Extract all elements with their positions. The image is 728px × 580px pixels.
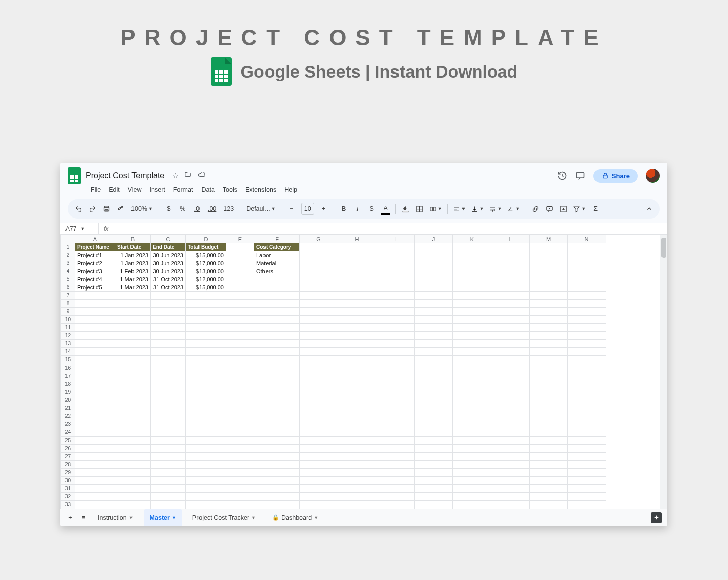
format-currency-button[interactable]: $: [164, 203, 173, 215]
row-header[interactable]: 21: [61, 404, 75, 412]
row-header[interactable]: 32: [61, 493, 75, 501]
cell[interactable]: [186, 300, 226, 308]
cell[interactable]: [453, 477, 491, 485]
cell[interactable]: [226, 348, 254, 356]
cell[interactable]: [568, 324, 606, 332]
cell[interactable]: [254, 372, 300, 380]
cell[interactable]: [115, 445, 151, 453]
cell[interactable]: [186, 501, 226, 509]
cell[interactable]: [568, 267, 606, 275]
cell[interactable]: [226, 380, 254, 388]
cell[interactable]: [491, 469, 530, 477]
cell[interactable]: [75, 445, 115, 453]
cell[interactable]: [226, 324, 254, 332]
cell[interactable]: [300, 485, 338, 493]
cell[interactable]: [376, 308, 415, 316]
cell[interactable]: [568, 356, 606, 364]
strikethrough-button[interactable]: S: [367, 203, 376, 215]
cell[interactable]: 30 Jun 2023: [151, 267, 186, 275]
cell[interactable]: [151, 388, 186, 396]
cell[interactable]: [186, 364, 226, 372]
cell[interactable]: [415, 356, 453, 364]
cell[interactable]: [226, 412, 254, 420]
cell[interactable]: [75, 300, 115, 308]
cell[interactable]: [415, 348, 453, 356]
cell[interactable]: [491, 396, 530, 404]
cell[interactable]: [338, 420, 376, 428]
cell[interactable]: [491, 461, 530, 469]
cell[interactable]: [300, 348, 338, 356]
cell[interactable]: Others: [254, 267, 300, 275]
cell[interactable]: [453, 340, 491, 348]
increase-decimal-button[interactable]: .00: [207, 203, 217, 215]
row-header[interactable]: 24: [61, 428, 75, 437]
cell[interactable]: [415, 308, 453, 316]
cell[interactable]: [151, 477, 186, 485]
cell[interactable]: [226, 453, 254, 461]
cell[interactable]: [186, 308, 226, 316]
cell[interactable]: [300, 356, 338, 364]
cell[interactable]: [151, 412, 186, 420]
cell[interactable]: [376, 372, 415, 380]
cell[interactable]: [338, 324, 376, 332]
cell[interactable]: [226, 493, 254, 501]
cell[interactable]: [186, 420, 226, 428]
cell[interactable]: [491, 243, 530, 251]
text-rotation-button[interactable]: ▼: [507, 203, 520, 215]
cell[interactable]: [338, 493, 376, 501]
cell[interactable]: [186, 404, 226, 412]
cell[interactable]: [376, 461, 415, 469]
cell[interactable]: [300, 372, 338, 380]
cell[interactable]: [226, 428, 254, 437]
cell[interactable]: $12,000.00: [186, 275, 226, 283]
row-header[interactable]: 3: [61, 259, 75, 267]
cell[interactable]: [491, 477, 530, 485]
vertical-scrollbar[interactable]: [660, 235, 667, 509]
cell[interactable]: [376, 267, 415, 275]
cell[interactable]: [568, 283, 606, 292]
cell[interactable]: [186, 477, 226, 485]
cell[interactable]: [453, 445, 491, 453]
row-header[interactable]: 4: [61, 267, 75, 275]
cell[interactable]: [75, 493, 115, 501]
document-title[interactable]: Project Cost Template: [86, 171, 164, 180]
cell[interactable]: [568, 308, 606, 316]
cell[interactable]: [300, 267, 338, 275]
cell[interactable]: [254, 445, 300, 453]
cell[interactable]: [530, 356, 568, 364]
cell[interactable]: [376, 469, 415, 477]
cell[interactable]: [530, 461, 568, 469]
cell[interactable]: [254, 364, 300, 372]
format-percent-button[interactable]: %: [178, 203, 187, 215]
column-header[interactable]: H: [338, 235, 376, 243]
cell[interactable]: [254, 388, 300, 396]
cell[interactable]: [453, 308, 491, 316]
cell[interactable]: [491, 445, 530, 453]
row-header[interactable]: 2: [61, 251, 75, 259]
column-header[interactable]: F: [254, 235, 300, 243]
all-sheets-button[interactable]: ≡: [79, 512, 88, 524]
text-color-button[interactable]: A: [381, 203, 390, 215]
cell[interactable]: [415, 340, 453, 348]
cell[interactable]: [491, 493, 530, 501]
cell[interactable]: [338, 396, 376, 404]
cell[interactable]: [254, 501, 300, 509]
merge-cells-button[interactable]: ▼: [429, 203, 442, 215]
cell[interactable]: [415, 461, 453, 469]
cell[interactable]: [300, 388, 338, 396]
cell[interactable]: [226, 316, 254, 324]
cell[interactable]: [338, 275, 376, 283]
cell[interactable]: [568, 501, 606, 509]
cell[interactable]: [453, 292, 491, 300]
cell[interactable]: [415, 445, 453, 453]
cloud-status-icon[interactable]: [197, 171, 206, 180]
cell[interactable]: [151, 380, 186, 388]
cell[interactable]: [530, 348, 568, 356]
cell[interactable]: $15,000.00: [186, 283, 226, 292]
cell[interactable]: [376, 332, 415, 340]
cell[interactable]: [186, 324, 226, 332]
cell[interactable]: [151, 324, 186, 332]
cell[interactable]: [254, 485, 300, 493]
cell[interactable]: [226, 404, 254, 412]
cell[interactable]: [254, 332, 300, 340]
